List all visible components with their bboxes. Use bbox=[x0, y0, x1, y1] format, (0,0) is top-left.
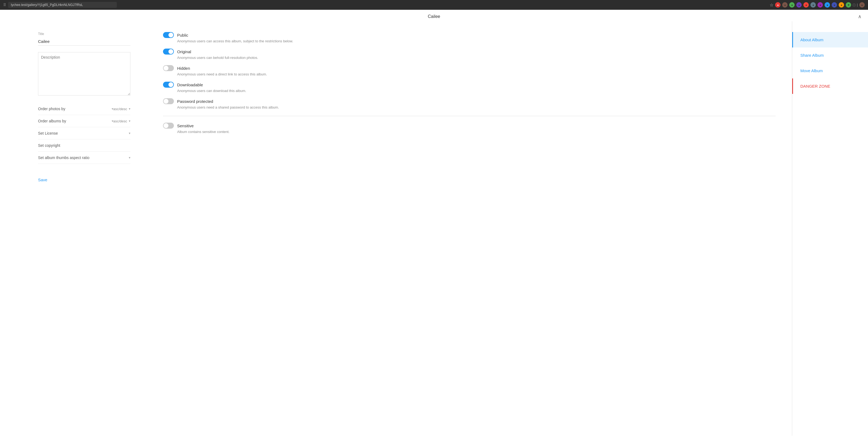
order-photos-label: Order photos by bbox=[38, 107, 112, 111]
sidebar-item-about[interactable]: About Album bbox=[792, 32, 868, 47]
order-photos-row[interactable]: Order photos by ▾ asc/desc ▾ bbox=[38, 103, 130, 115]
separator: | bbox=[857, 3, 858, 7]
save-button[interactable]: Save bbox=[38, 175, 47, 185]
sensitive-toggle[interactable] bbox=[163, 123, 174, 129]
toggle-label-downloadable: Downloadable bbox=[177, 82, 203, 87]
section-divider bbox=[163, 116, 776, 116]
ext1-icon: ● bbox=[775, 2, 780, 8]
ext5-icon: ● bbox=[803, 2, 809, 8]
title-input[interactable] bbox=[38, 37, 130, 45]
toggle-label-password_protected: Password protected bbox=[177, 99, 213, 104]
order-photos-value: asc/desc bbox=[113, 107, 127, 111]
description-group bbox=[38, 52, 130, 96]
toggle-row-hidden: Hidden Anonymous users need a direct lin… bbox=[163, 65, 776, 76]
order-photos-dir-chevron: ▾ bbox=[129, 107, 130, 111]
collapse-icon[interactable]: ∧ bbox=[858, 13, 862, 20]
description-textarea[interactable] bbox=[38, 52, 130, 96]
toggle-public[interactable] bbox=[163, 32, 174, 38]
sensitive-desc: Album contains sensitive content. bbox=[177, 130, 776, 134]
toggle-desc-hidden: Anonymous users need a direct link to ac… bbox=[177, 72, 776, 76]
profile-icon: ● bbox=[859, 2, 865, 8]
toggle-label-hidden: Hidden bbox=[177, 66, 190, 71]
toggle-label-original: Original bbox=[177, 49, 191, 54]
page-title: Cailee bbox=[428, 14, 440, 19]
sidebar-item-move[interactable]: Move Album bbox=[792, 63, 868, 78]
ext7-icon: ● bbox=[817, 2, 823, 8]
ext2-icon: ● bbox=[782, 2, 787, 8]
set-license-chevron: ▾ bbox=[129, 131, 130, 135]
set-thumbs-chevron: ▾ bbox=[129, 156, 130, 160]
ext6-icon: ● bbox=[810, 2, 816, 8]
sensitive-toggle-row: Sensitive Album contains sensitive conte… bbox=[163, 123, 776, 134]
order-albums-value: asc/desc bbox=[113, 119, 127, 123]
ext4-icon: ● bbox=[796, 2, 802, 8]
toggle-row-password_protected: Password protected Anonymous users need … bbox=[163, 98, 776, 109]
toggle-row-downloadable: Downloadable Anonymous users can downloa… bbox=[163, 82, 776, 93]
url-bar[interactable]: lychee.test/gallery/Yj1g65_PgDLHknNLNGJ7… bbox=[8, 2, 117, 8]
order-albums-dir-chevron: ▾ bbox=[129, 119, 130, 123]
ext9-icon: ● bbox=[832, 2, 837, 8]
toggle-password_protected[interactable] bbox=[163, 98, 174, 104]
set-license-row[interactable]: Set License ▾ bbox=[38, 127, 130, 139]
browser-menu-icon: ⠿ bbox=[3, 3, 6, 7]
browser-bar: ⠿ lychee.test/gallery/Yj1g65_PgDLHknNLNG… bbox=[0, 0, 868, 10]
page-title-bar: Cailee ∧ bbox=[0, 10, 868, 21]
set-copyright-label: Set copyright bbox=[38, 143, 130, 148]
browser-extensions: ☆ ● ● ● ● ● ● ● ● ● ● ▼ □ | ● bbox=[770, 2, 865, 8]
main-layout: Title Order photos by ▾ asc/desc ▾ Order… bbox=[0, 21, 868, 436]
sidebar-nav: About AlbumShare AlbumMove AlbumDANGER Z… bbox=[792, 32, 868, 94]
set-thumbs-label: Set album thumbs aspect ratio bbox=[38, 156, 129, 160]
toggle-desc-password_protected: Anonymous users need a shared password t… bbox=[177, 105, 776, 109]
toggle-row-original: Original Anonymous users can behold full… bbox=[163, 48, 776, 60]
set-copyright-row[interactable]: Set copyright bbox=[38, 139, 130, 152]
toggle-desc-downloadable: Anonymous users can download this album. bbox=[177, 89, 776, 93]
sensitive-label: Sensitive bbox=[177, 124, 194, 128]
toggle-downloadable[interactable] bbox=[163, 82, 174, 88]
ext10-icon: ● bbox=[839, 2, 844, 8]
toggles-container: Public Anonymous users can access this a… bbox=[163, 32, 776, 109]
toggle-hidden[interactable] bbox=[163, 65, 174, 71]
toggle-desc-original: Anonymous users can behold full-resoluti… bbox=[177, 56, 776, 60]
ext11-icon: ▼ bbox=[846, 2, 851, 8]
title-group: Title bbox=[38, 32, 130, 45]
set-license-label: Set License bbox=[38, 131, 129, 135]
right-sidebar: About AlbumShare AlbumMove AlbumDANGER Z… bbox=[792, 21, 868, 436]
toggle-row-public: Public Anonymous users can access this a… bbox=[163, 32, 776, 43]
title-label: Title bbox=[38, 32, 130, 36]
toggle-original[interactable] bbox=[163, 48, 174, 55]
star-icon[interactable]: ☆ bbox=[770, 2, 773, 8]
order-albums-label: Order albums by bbox=[38, 119, 112, 123]
center-panel: Public Anonymous users can access this a… bbox=[147, 21, 792, 436]
set-thumbs-row[interactable]: Set album thumbs aspect ratio ▾ bbox=[38, 152, 130, 164]
toggle-desc-public: Anonymous users can access this album, s… bbox=[177, 39, 776, 43]
ext12-icon: □ bbox=[853, 3, 855, 7]
toggle-label-public: Public bbox=[177, 33, 188, 37]
ext8-icon: ● bbox=[825, 2, 830, 8]
ext3-icon: ● bbox=[789, 2, 795, 8]
left-panel: Title Order photos by ▾ asc/desc ▾ Order… bbox=[0, 21, 147, 436]
sidebar-item-share[interactable]: Share Album bbox=[792, 47, 868, 63]
sidebar-item-danger[interactable]: DANGER ZONE bbox=[792, 78, 868, 94]
order-albums-row[interactable]: Order albums by ▾ asc/desc ▾ bbox=[38, 115, 130, 127]
